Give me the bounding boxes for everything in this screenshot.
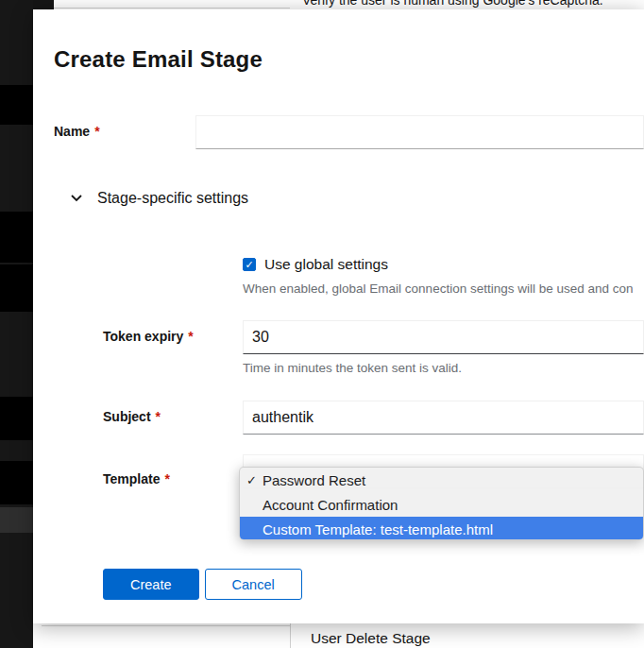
check-icon: ✓ (245, 259, 253, 270)
token-expiry-help-text: Time in minutes the token sent is valid. (243, 361, 644, 376)
stage-form: Name* Stage-specific settings ✓ (54, 115, 644, 600)
use-global-settings-label[interactable]: Use global settings (264, 255, 388, 274)
table-cell-border (54, 8, 290, 9)
global-settings-row: ✓ Use global settings When enabled, glob… (103, 255, 644, 297)
create-button[interactable]: Create (103, 569, 199, 600)
modal-title: Create Email Stage (54, 45, 644, 73)
chevron-down-icon (71, 195, 82, 202)
sidebar-item-block (0, 85, 33, 125)
background-page-top: Verify the user is human using Google's … (33, 0, 644, 9)
sidebar-item-block (0, 264, 33, 312)
sidebar-item-block (0, 461, 33, 504)
template-label: Template* (103, 454, 243, 488)
dropdown-option-account-confirmation[interactable]: Account Confirmation (240, 492, 643, 517)
background-page-bottom: User Delete Stage (33, 623, 644, 648)
token-expiry-label: Token expiry* (103, 320, 243, 376)
required-asterisk: * (156, 409, 161, 424)
global-settings-help-text: When enabled, global Email connection se… (243, 281, 644, 297)
subject-input[interactable] (243, 401, 644, 435)
modal-actions: Create Cancel (103, 569, 644, 600)
section-title: Stage-specific settings (97, 190, 248, 207)
subject-label: Subject* (103, 401, 243, 435)
token-expiry-row: Token expiry* Time in minutes the token … (103, 320, 644, 376)
required-asterisk: * (94, 124, 99, 139)
stage-settings-section-body: ✓ Use global settings When enabled, glob… (103, 255, 644, 600)
required-asterisk: * (188, 329, 193, 344)
table-column-border (290, 623, 291, 648)
template-dropdown: ✓ Password Reset Account Confirmation Cu… (239, 467, 644, 540)
use-global-settings-checkbox[interactable]: ✓ (243, 258, 256, 271)
app-sidebar (0, 0, 33, 648)
dropdown-option-password-reset[interactable]: ✓ Password Reset (240, 468, 643, 492)
table-row-border (42, 625, 290, 626)
subject-row: Subject* (103, 401, 644, 435)
background-dark-cell (33, 0, 54, 9)
sidebar-item-block (0, 397, 33, 440)
recaptcha-help-text: Verify the user is human using Google's … (302, 0, 603, 8)
dropdown-option-custom-template[interactable]: Custom Template: test-template.html (240, 517, 643, 540)
token-expiry-input[interactable] (243, 320, 644, 354)
sidebar-item-block (0, 212, 33, 263)
table-cell-stage-name: User Delete Stage (311, 630, 431, 647)
name-form-row: Name* (54, 115, 644, 149)
sidebar-item-block (0, 507, 33, 533)
cancel-button[interactable]: Cancel (205, 569, 302, 600)
required-asterisk: * (164, 471, 169, 486)
name-input[interactable] (195, 115, 644, 149)
option-check-icon: ✓ (246, 473, 263, 487)
stage-settings-section-header[interactable]: Stage-specific settings (54, 188, 644, 209)
create-email-stage-modal: Create Email Stage Name* Stage-specific … (33, 9, 644, 623)
name-label: Name* (54, 115, 195, 149)
section-toggle-button[interactable] (70, 192, 83, 205)
template-row: Template* ✓ Password Reset Account Confi… (103, 454, 644, 488)
